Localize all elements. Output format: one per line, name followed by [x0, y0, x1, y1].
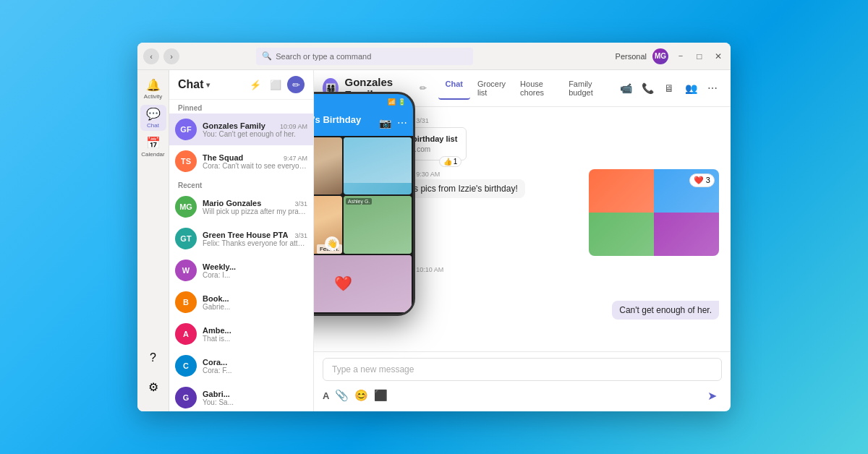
video-tile-1: Felix H.	[314, 137, 342, 194]
activity-label: Activity	[144, 93, 162, 100]
chat-item-ambe[interactable]: A Ambe... That is...	[169, 318, 313, 350]
avatar: B	[175, 291, 197, 313]
settings-icon: ⚙	[148, 380, 158, 394]
chat-item-gabri[interactable]: G Gabri... You: Sa...	[169, 382, 313, 411]
search-icon: 🔍	[262, 51, 272, 61]
user-avatar[interactable]: MG	[652, 48, 668, 64]
video-tile-3: Felix H. 👋	[314, 196, 342, 253]
app-window: ‹ › 🔍 Search or type a command Personal …	[137, 43, 731, 411]
forward-button[interactable]: ›	[163, 48, 179, 64]
chat-item-info: Green Tree House PTA 3/31 Felix: Thanks …	[203, 231, 307, 247]
more-options-icon[interactable]: ⬜	[267, 76, 284, 93]
minimize-button[interactable]: －	[674, 50, 687, 63]
chat-list-actions: ⚡ ⬜ ✏	[247, 76, 305, 93]
message-reaction: 👍 1	[439, 156, 462, 167]
phone-overlay: 10:10 📶 🔋 ‹ Izabel's Birthday 22:88 📷 ⋯	[314, 92, 415, 316]
chat-item-info: The Squad 9:47 AM Cora: Can't wait to se…	[203, 153, 307, 170]
chat-item-book[interactable]: B Book... Gabrie...	[169, 286, 313, 318]
video-call-button[interactable]: 📹	[616, 79, 635, 98]
help-icon: ?	[150, 351, 156, 364]
photo-cell-1	[589, 169, 654, 213]
personal-label: Personal	[616, 52, 647, 61]
chat-item-info: Weekly... Cora: I...	[203, 262, 307, 279]
chat-item-gonzales-family[interactable]: GF Gonzales Family 10:09 AM You: Can't g…	[169, 113, 313, 145]
phone-header-icons: 📷 ⋯	[379, 117, 407, 129]
message-input[interactable]: Type a new message	[323, 358, 722, 381]
phone-video-area: Felix H. Felix H. 👋	[314, 136, 413, 314]
chat-items: Pinned GF Gonzales Family 10:09 AM You: …	[169, 100, 313, 411]
search-placeholder: Search or type a command	[276, 52, 371, 61]
title-bar-right: Personal MG － □ ✕	[616, 48, 725, 64]
avatar: A	[175, 323, 197, 345]
nav-buttons: ‹ ›	[143, 48, 179, 64]
tab-chat[interactable]: Chat	[438, 77, 470, 100]
chat-item-the-squad[interactable]: TS The Squad 9:47 AM Cora: Can't wait to…	[169, 145, 313, 177]
chevron-down-icon: ▾	[206, 81, 210, 89]
attach-button[interactable]: 📎	[335, 389, 349, 402]
calendar-label: Calendar	[141, 151, 164, 158]
more-options-button[interactable]: ⋯	[703, 79, 722, 98]
chat-item-info: Cora... Cora: F...	[203, 358, 307, 374]
tab-grocery[interactable]: Grocery list	[470, 77, 513, 100]
video-tile-5: ❤️	[314, 255, 412, 312]
chat-list-header: Chat ▾ ⚡ ⬜ ✏	[169, 70, 313, 100]
chat-item-mario[interactable]: MG Mario Gonzales 3/31 Will pick up pizz…	[169, 191, 313, 223]
chat-item-weekly[interactable]: W Weekly... Cora: I...	[169, 254, 313, 286]
avatar: W	[175, 260, 197, 281]
phone-status-bar: 10:10 📶 🔋	[314, 94, 413, 110]
participants-button[interactable]: 👥	[681, 79, 700, 98]
sidebar-item-chat[interactable]: 💬 Chat	[140, 105, 166, 131]
maximize-button[interactable]: □	[693, 50, 706, 63]
search-bar[interactable]: 🔍 Search or type a command	[256, 48, 473, 65]
message-input-area: Type a new message A 📎 😊 ⬛ ➤	[314, 351, 731, 411]
chat-item-cora[interactable]: C Cora... Cora: F...	[169, 350, 313, 382]
send-button[interactable]: ➤	[702, 385, 722, 406]
filter-icon[interactable]: ⚡	[247, 76, 264, 93]
audio-call-button[interactable]: 📞	[638, 79, 657, 98]
photo-reaction: ❤️ 3	[689, 174, 715, 187]
photo-attachment: ❤️ 3	[589, 169, 719, 256]
compose-button[interactable]: ✏	[287, 76, 305, 93]
photo-cell-3	[589, 213, 654, 256]
phone-more-icon[interactable]: ⋯	[397, 117, 407, 129]
chat-panel-tabs: Chat Grocery list House chores Family bu…	[438, 77, 610, 100]
chat-list-title[interactable]: Chat ▾	[178, 78, 210, 91]
sidebar-item-settings[interactable]: ⚙	[140, 374, 166, 400]
avatar: GF	[175, 119, 197, 140]
photo-cell-4	[654, 213, 719, 256]
screen-share-button[interactable]: 🖥	[660, 79, 678, 98]
video-tile-4: Ashley G.	[344, 196, 412, 253]
pinned-label: Pinned	[169, 100, 313, 113]
giphy-button[interactable]: ⬛	[374, 389, 388, 402]
phone-chat-header: ‹ Izabel's Birthday 22:88 📷 ⋯	[314, 110, 413, 136]
sidebar-item-help[interactable]: ?	[140, 345, 166, 371]
avatar: TS	[175, 150, 197, 172]
message-bubble-self: Can't get enough of her.	[612, 301, 719, 320]
message-content: Can't get enough of her.	[612, 301, 719, 320]
tab-budget[interactable]: Family budget	[561, 77, 610, 100]
format-button[interactable]: A	[323, 390, 329, 401]
avatar: GT	[175, 228, 197, 249]
recent-label: Recent	[169, 177, 313, 191]
chat-item-pta[interactable]: GT Green Tree House PTA 3/31 Felix: Than…	[169, 223, 313, 254]
message-input-actions: A 📎 😊 ⬛ ➤	[323, 385, 722, 406]
calendar-icon: 📅	[146, 136, 161, 150]
avatar: C	[175, 355, 197, 377]
phone-content: Felix H. Felix H. 👋	[314, 136, 413, 314]
sidebar-item-activity[interactable]: 🔔 Activity	[140, 76, 166, 102]
emoji-button[interactable]: 😊	[354, 389, 368, 402]
close-button[interactable]: ✕	[712, 50, 725, 63]
chat-item-info: Gabri... You: Sa...	[203, 390, 307, 406]
sidebar-item-calendar[interactable]: 📅 Calendar	[140, 134, 166, 160]
chat-label: Chat	[147, 122, 159, 129]
chat-item-info: Mario Gonzales 3/31 Will pick up pizza a…	[203, 199, 307, 215]
edit-name-icon[interactable]: ✏	[420, 83, 427, 93]
phone-video-icon[interactable]: 📷	[379, 117, 391, 129]
chat-panel: 10:10 📶 🔋 ‹ Izabel's Birthday 22:88 📷 ⋯	[314, 70, 731, 411]
chat-item-info: Gonzales Family 10:09 AM You: Can't get …	[203, 121, 307, 138]
back-button[interactable]: ‹	[143, 48, 159, 64]
main-content: 🔔 Activity 💬 Chat 📅 Calendar ? ⚙	[137, 70, 731, 411]
title-bar: ‹ › 🔍 Search or type a command Personal …	[137, 43, 731, 70]
tab-chores[interactable]: House chores	[513, 77, 561, 100]
chat-item-info: Ambe... That is...	[203, 326, 307, 343]
